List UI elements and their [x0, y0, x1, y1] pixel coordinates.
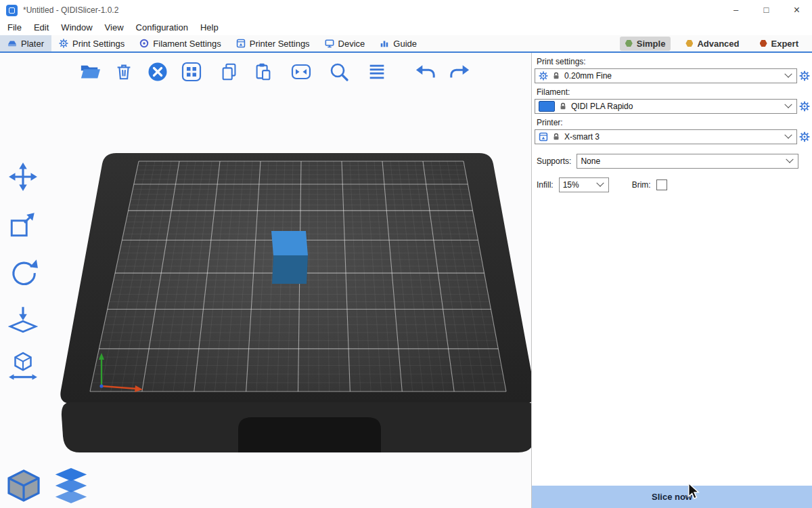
tab-filament-settings[interactable]: Filament Settings: [132, 35, 228, 51]
print-settings-label: Print settings:: [537, 57, 812, 66]
open-button[interactable]: [76, 58, 104, 85]
plater-icon: [7, 39, 17, 48]
lock-icon: [552, 133, 560, 141]
filament-icon: [139, 39, 149, 48]
settings-sidebar: Print settings: 0.20mm Fine Filament: QI…: [531, 53, 812, 508]
print-settings-gear-button[interactable]: [798, 68, 811, 83]
printer-gear-button[interactable]: [798, 129, 811, 144]
printer-value: X-smart 3: [564, 132, 600, 142]
delete-button[interactable]: [110, 58, 138, 85]
scale-button[interactable]: [5, 207, 41, 241]
main-area: Print settings: 0.20mm Fine Filament: QI…: [0, 53, 812, 508]
mode-label: Simple: [637, 39, 666, 49]
print-settings-combo[interactable]: 0.20mm Fine: [535, 68, 797, 83]
supports-row: Supports: None: [537, 154, 798, 169]
tab-guide[interactable]: Guide: [372, 35, 424, 51]
tab-printer-settings[interactable]: Printer Settings: [229, 35, 317, 51]
guide-icon: [380, 39, 389, 48]
redo-icon: [448, 62, 471, 82]
gear-icon: [799, 131, 810, 142]
search-button[interactable]: [325, 58, 353, 85]
menu-edit[interactable]: Edit: [28, 20, 55, 35]
plater-toolbar: [76, 58, 474, 85]
menu-window[interactable]: Window: [55, 20, 98, 35]
instances-button[interactable]: [287, 58, 315, 85]
copy-icon: [219, 62, 240, 82]
maximize-button[interactable]: □: [751, 0, 782, 20]
filament-value: QIDI PLA Rapido: [571, 102, 633, 111]
brim-label: Brim:: [632, 180, 651, 190]
move-button[interactable]: [5, 160, 41, 194]
slice-now-button[interactable]: Slice now: [532, 486, 812, 508]
editor-view-button[interactable]: [4, 466, 43, 505]
menu-help[interactable]: Help: [194, 20, 225, 35]
height-range-icon: [7, 351, 39, 382]
editor-view-icon: [5, 467, 43, 505]
tab-plater[interactable]: Plater: [0, 35, 51, 51]
menu-bar: File Edit Window View Configuration Help: [0, 20, 812, 35]
redo-button[interactable]: [445, 58, 474, 85]
paste-icon: [253, 62, 273, 82]
lock-icon: [559, 102, 567, 110]
paste-button[interactable]: [249, 58, 277, 85]
title-bar: *Untitled - QIDISlicer-1.0.2 – □ ×: [0, 0, 812, 20]
view-toolbar: [4, 466, 91, 505]
bed-3d-scene[interactable]: [0, 53, 531, 508]
instances-icon: [290, 61, 312, 83]
mode-expert[interactable]: Expert: [754, 37, 804, 51]
preview-view-button[interactable]: [51, 466, 91, 505]
printer-label: Printer:: [537, 118, 812, 127]
mode-advanced[interactable]: Advanced: [680, 37, 744, 51]
move-icon: [7, 161, 39, 192]
infill-value: 15%: [563, 180, 579, 190]
mode-label: Expert: [771, 39, 798, 49]
variable-layer-height-icon: [367, 62, 387, 82]
tab-label: Device: [338, 39, 365, 49]
rotate-button[interactable]: [5, 255, 41, 289]
printer-combo[interactable]: X-smart 3: [535, 129, 797, 144]
infill-combo[interactable]: 15%: [559, 177, 609, 192]
close-button[interactable]: ×: [782, 0, 812, 20]
gear-icon: [59, 39, 68, 48]
delete-all-button[interactable]: [143, 58, 172, 85]
tab-label: Plater: [21, 39, 44, 49]
copy-button[interactable]: [215, 58, 244, 85]
tab-print-settings[interactable]: Print Settings: [51, 35, 132, 51]
gear-icon: [799, 70, 810, 81]
place-on-face-button[interactable]: [5, 302, 41, 336]
menu-file[interactable]: File: [1, 20, 28, 35]
window-controls: – □ ×: [721, 0, 812, 20]
gear-icon: [539, 71, 548, 81]
height-range-button[interactable]: [5, 350, 41, 383]
plater-viewport[interactable]: [0, 53, 531, 508]
window-title: *Untitled - QIDISlicer-1.0.2: [23, 5, 118, 15]
minimize-button[interactable]: –: [721, 0, 751, 20]
mode-switcher: Simple Advanced Expert: [620, 37, 812, 51]
filament-combo[interactable]: QIDI PLA Rapido: [535, 99, 797, 114]
infill-label: Infill:: [537, 180, 554, 190]
brim-checkbox[interactable]: [656, 179, 667, 190]
model-cube[interactable]: [271, 231, 308, 284]
infill-row: Infill: 15% Brim:: [537, 177, 798, 192]
place-on-face-icon: [7, 303, 39, 335]
tab-label: Filament Settings: [153, 39, 221, 49]
lock-icon: [552, 72, 560, 80]
mode-simple[interactable]: Simple: [620, 37, 671, 51]
print-settings-value: 0.20mm Fine: [564, 71, 612, 81]
menu-view[interactable]: View: [99, 20, 130, 35]
printer-icon: [539, 132, 548, 142]
undo-button[interactable]: [411, 58, 440, 85]
chevron-down-icon: [784, 131, 792, 139]
supports-combo[interactable]: None: [577, 154, 798, 169]
menu-configuration[interactable]: Configuration: [130, 20, 194, 35]
rotate-icon: [7, 256, 39, 287]
printer-icon: [236, 39, 246, 48]
arrange-button[interactable]: [177, 58, 206, 85]
open-icon: [78, 62, 102, 82]
variable-layer-height-button[interactable]: [363, 58, 391, 85]
filament-gear-button[interactable]: [798, 99, 811, 114]
tab-device[interactable]: Device: [317, 35, 373, 51]
qidislicer-window: *Untitled - QIDISlicer-1.0.2 – □ × File …: [0, 0, 812, 508]
scale-icon: [7, 209, 39, 240]
search-icon: [328, 61, 350, 83]
